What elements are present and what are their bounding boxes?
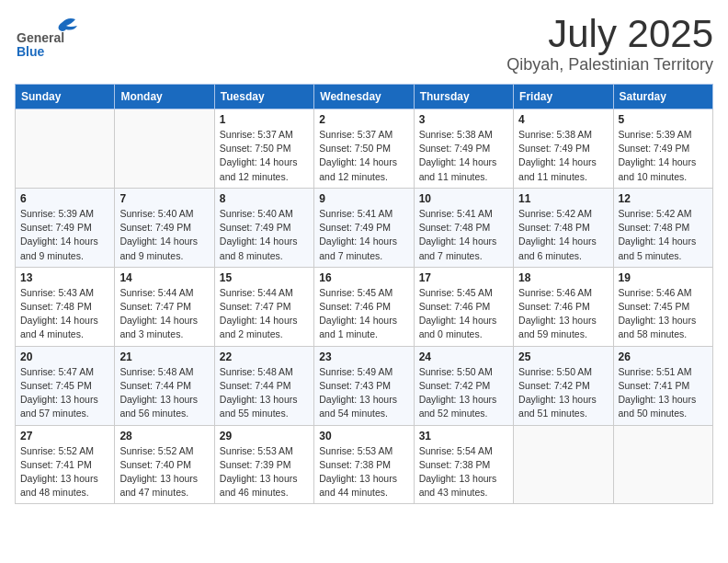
day-number: 17 (419, 271, 508, 284)
calendar-day-header: Saturday (613, 85, 712, 109)
calendar-day-header: Tuesday (214, 85, 313, 109)
calendar-cell: 15Sunrise: 5:44 AM Sunset: 7:47 PM Dayli… (214, 267, 313, 346)
day-info: Sunrise: 5:52 AM Sunset: 7:40 PM Dayligh… (119, 444, 209, 500)
day-number: 15 (220, 271, 309, 284)
calendar-header-row: SundayMondayTuesdayWednesdayThursdayFrid… (16, 85, 713, 109)
day-info: Sunrise: 5:45 AM Sunset: 7:46 PM Dayligh… (319, 286, 408, 342)
day-number: 8 (220, 192, 309, 205)
svg-text:Blue: Blue (17, 44, 45, 59)
calendar-cell: 13Sunrise: 5:43 AM Sunset: 7:48 PM Dayli… (16, 267, 115, 346)
calendar-table: SundayMondayTuesdayWednesdayThursdayFrid… (15, 84, 713, 504)
calendar-body: 1Sunrise: 5:37 AM Sunset: 7:50 PM Daylig… (16, 109, 713, 504)
title-block: July 2025 Qibyah, Palestinian Territory (506, 15, 713, 75)
day-number: 6 (20, 192, 109, 205)
calendar-cell (514, 425, 613, 504)
calendar-day-header: Sunday (16, 85, 115, 109)
calendar-cell (16, 109, 115, 189)
day-info: Sunrise: 5:45 AM Sunset: 7:46 PM Dayligh… (419, 286, 508, 342)
day-number: 5 (619, 113, 708, 126)
calendar-cell: 29Sunrise: 5:53 AM Sunset: 7:39 PM Dayli… (214, 425, 313, 504)
page-header: General Blue July 2025 Qibyah, Palestini… (15, 15, 713, 75)
calendar-cell: 6Sunrise: 5:39 AM Sunset: 7:49 PM Daylig… (16, 188, 115, 267)
calendar-cell: 19Sunrise: 5:46 AM Sunset: 7:45 PM Dayli… (613, 267, 712, 346)
calendar-cell: 9Sunrise: 5:41 AM Sunset: 7:49 PM Daylig… (314, 188, 414, 267)
calendar-cell: 14Sunrise: 5:44 AM Sunset: 7:47 PM Dayli… (115, 267, 214, 346)
day-number: 1 (220, 113, 309, 126)
day-number: 11 (518, 192, 608, 205)
day-number: 14 (119, 271, 209, 284)
day-number: 29 (220, 430, 309, 442)
day-number: 23 (319, 350, 408, 363)
day-number: 12 (619, 192, 708, 205)
day-info: Sunrise: 5:50 AM Sunset: 7:42 PM Dayligh… (419, 365, 508, 421)
calendar-cell: 16Sunrise: 5:45 AM Sunset: 7:46 PM Dayli… (314, 267, 414, 346)
day-info: Sunrise: 5:41 AM Sunset: 7:48 PM Dayligh… (419, 207, 508, 263)
day-number: 27 (20, 430, 109, 442)
day-number: 19 (619, 271, 708, 284)
day-number: 31 (419, 430, 508, 442)
calendar-cell: 12Sunrise: 5:42 AM Sunset: 7:48 PM Dayli… (613, 188, 712, 267)
calendar-cell: 26Sunrise: 5:51 AM Sunset: 7:41 PM Dayli… (613, 346, 712, 425)
calendar-cell: 31Sunrise: 5:54 AM Sunset: 7:38 PM Dayli… (414, 425, 513, 504)
day-info: Sunrise: 5:51 AM Sunset: 7:41 PM Dayligh… (619, 365, 708, 421)
calendar-cell: 7Sunrise: 5:40 AM Sunset: 7:49 PM Daylig… (115, 188, 214, 267)
calendar-cell (613, 425, 712, 504)
day-info: Sunrise: 5:42 AM Sunset: 7:48 PM Dayligh… (518, 207, 608, 263)
day-info: Sunrise: 5:41 AM Sunset: 7:49 PM Dayligh… (319, 207, 408, 263)
day-info: Sunrise: 5:37 AM Sunset: 7:50 PM Dayligh… (220, 128, 309, 184)
calendar-cell: 17Sunrise: 5:45 AM Sunset: 7:46 PM Dayli… (414, 267, 513, 346)
day-info: Sunrise: 5:40 AM Sunset: 7:49 PM Dayligh… (220, 207, 309, 263)
day-info: Sunrise: 5:48 AM Sunset: 7:44 PM Dayligh… (119, 365, 209, 421)
day-number: 26 (619, 350, 708, 363)
day-info: Sunrise: 5:38 AM Sunset: 7:49 PM Dayligh… (518, 128, 608, 184)
calendar-cell: 24Sunrise: 5:50 AM Sunset: 7:42 PM Dayli… (414, 346, 513, 425)
day-number: 25 (518, 350, 608, 363)
calendar-cell: 18Sunrise: 5:46 AM Sunset: 7:46 PM Dayli… (514, 267, 613, 346)
calendar-week-row: 13Sunrise: 5:43 AM Sunset: 7:48 PM Dayli… (16, 267, 713, 346)
day-number: 9 (319, 192, 408, 205)
day-info: Sunrise: 5:53 AM Sunset: 7:39 PM Dayligh… (220, 444, 309, 500)
day-number: 4 (518, 113, 608, 126)
day-number: 16 (319, 271, 408, 284)
day-info: Sunrise: 5:46 AM Sunset: 7:45 PM Dayligh… (619, 286, 708, 342)
day-number: 30 (319, 430, 408, 442)
day-info: Sunrise: 5:38 AM Sunset: 7:49 PM Dayligh… (419, 128, 508, 184)
day-info: Sunrise: 5:39 AM Sunset: 7:49 PM Dayligh… (20, 207, 109, 263)
day-info: Sunrise: 5:39 AM Sunset: 7:49 PM Dayligh… (619, 128, 708, 184)
svg-text:General: General (17, 30, 64, 45)
day-info: Sunrise: 5:40 AM Sunset: 7:49 PM Dayligh… (119, 207, 209, 263)
day-info: Sunrise: 5:44 AM Sunset: 7:47 PM Dayligh… (119, 286, 209, 342)
day-info: Sunrise: 5:48 AM Sunset: 7:44 PM Dayligh… (220, 365, 309, 421)
calendar-cell: 4Sunrise: 5:38 AM Sunset: 7:49 PM Daylig… (514, 109, 613, 189)
calendar-cell: 10Sunrise: 5:41 AM Sunset: 7:48 PM Dayli… (414, 188, 513, 267)
month-title: July 2025 (506, 15, 713, 53)
day-info: Sunrise: 5:46 AM Sunset: 7:46 PM Dayligh… (518, 286, 608, 342)
logo-svg: General Blue (15, 15, 93, 59)
day-number: 21 (119, 350, 209, 363)
calendar-cell: 3Sunrise: 5:38 AM Sunset: 7:49 PM Daylig… (414, 109, 513, 189)
calendar-cell: 30Sunrise: 5:53 AM Sunset: 7:38 PM Dayli… (314, 425, 414, 504)
calendar-cell: 27Sunrise: 5:52 AM Sunset: 7:41 PM Dayli… (16, 425, 115, 504)
calendar-cell: 20Sunrise: 5:47 AM Sunset: 7:45 PM Dayli… (16, 346, 115, 425)
day-number: 20 (20, 350, 109, 363)
day-number: 2 (319, 113, 408, 126)
day-number: 7 (119, 192, 209, 205)
calendar-cell: 22Sunrise: 5:48 AM Sunset: 7:44 PM Dayli… (214, 346, 313, 425)
day-info: Sunrise: 5:54 AM Sunset: 7:38 PM Dayligh… (419, 444, 508, 500)
day-info: Sunrise: 5:37 AM Sunset: 7:50 PM Dayligh… (319, 128, 408, 184)
calendar-day-header: Thursday (414, 85, 513, 109)
calendar-cell: 21Sunrise: 5:48 AM Sunset: 7:44 PM Dayli… (115, 346, 214, 425)
day-number: 10 (419, 192, 508, 205)
day-number: 18 (518, 271, 608, 284)
day-number: 28 (119, 430, 209, 442)
day-number: 24 (419, 350, 508, 363)
day-info: Sunrise: 5:42 AM Sunset: 7:48 PM Dayligh… (619, 207, 708, 263)
calendar-day-header: Wednesday (314, 85, 414, 109)
calendar-cell: 25Sunrise: 5:50 AM Sunset: 7:42 PM Dayli… (514, 346, 613, 425)
day-info: Sunrise: 5:44 AM Sunset: 7:47 PM Dayligh… (220, 286, 309, 342)
calendar-cell: 2Sunrise: 5:37 AM Sunset: 7:50 PM Daylig… (314, 109, 414, 189)
day-info: Sunrise: 5:49 AM Sunset: 7:43 PM Dayligh… (319, 365, 408, 421)
day-number: 22 (220, 350, 309, 363)
calendar-week-row: 20Sunrise: 5:47 AM Sunset: 7:45 PM Dayli… (16, 346, 713, 425)
location: Qibyah, Palestinian Territory (506, 55, 713, 75)
